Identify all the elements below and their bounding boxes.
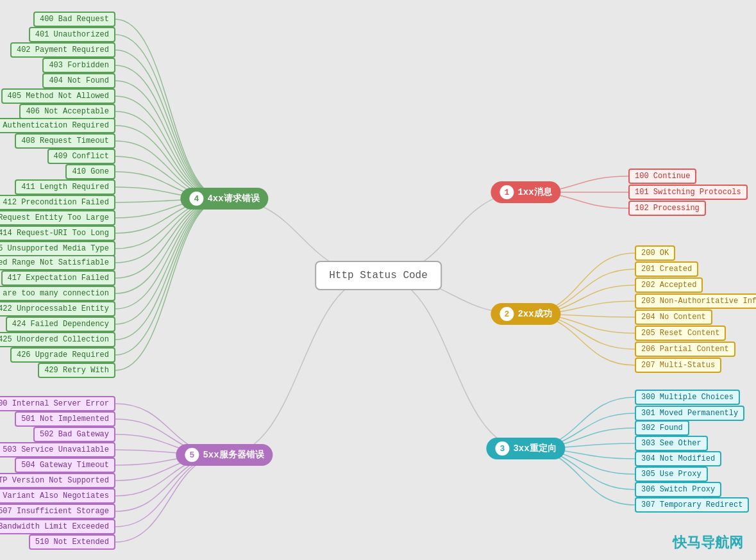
leaf-b2xx-5: 205 Reset Content: [635, 325, 726, 341]
leaf-b3xx-4: 304 Not Modified: [635, 451, 721, 466]
leaf-b4xx-14: 414 Request-URI Too Long: [0, 226, 115, 241]
leaf-b4xx-9: 409 Conflict: [47, 149, 115, 164]
branch-num-b5xx: 5: [185, 448, 199, 462]
leaf-b3xx-1: 301 Moved Permanently: [635, 406, 744, 421]
branch-num-b4xx: 4: [189, 192, 203, 206]
branch-num-b3xx: 3: [495, 441, 509, 456]
watermark: 快马导航网: [673, 533, 743, 552]
branch-label-b2xx: 2xx成功: [517, 308, 551, 320]
leaf-b2xx-7: 207 Multi-Status: [635, 358, 721, 373]
branch-label-b1xx: 1xx消息: [517, 186, 551, 198]
leaf-b4xx-7: 407 Proxy Authentication Required: [0, 118, 115, 133]
leaf-b5xx-1: 501 Not Implemented: [15, 411, 115, 427]
leaf-b4xx-15: 415 Unsupported Media Type: [0, 241, 115, 256]
leaf-b4xx-20: 424 Failed Dependency: [6, 317, 115, 332]
leaf-b1xx-2: 102 Processing: [628, 201, 706, 216]
leaf-b4xx-10: 410 Gone: [65, 164, 115, 179]
leaf-b3xx-3: 303 See Other: [635, 436, 708, 451]
leaf-b4xx-6: 406 Not Acceptable: [19, 104, 115, 119]
leaf-b3xx-2: 302 Found: [635, 420, 689, 436]
leaf-b4xx-5: 405 Method Not Allowed: [1, 88, 115, 104]
leaf-b4xx-4: 404 Not Found: [42, 73, 115, 88]
branch-node-b1xx: 11xx消息: [491, 181, 560, 203]
leaf-b4xx-8: 408 Request Timeout: [15, 133, 115, 149]
leaf-b5xx-2: 502 Bad Gateway: [33, 427, 115, 442]
leaf-b4xx-12: 412 Precondition Failed: [0, 195, 115, 210]
leaf-b5xx-5: 505 HTTP Version Not Supported: [0, 473, 115, 488]
leaf-b2xx-6: 206 Partial Content: [635, 342, 735, 357]
leaf-b3xx-7: 307 Temporary Redirect: [635, 497, 749, 513]
leaf-b1xx-1: 101 Switching Protocols: [628, 185, 748, 200]
leaf-b4xx-1: 401 Unauthorized: [29, 27, 115, 42]
leaf-b2xx-4: 204 No Content: [635, 309, 712, 325]
leaf-b2xx-0: 200 OK: [635, 245, 675, 261]
leaf-b4xx-17: 417 Expectation Failed: [1, 270, 115, 286]
center-label: Http Status Code: [329, 270, 428, 281]
leaf-b3xx-6: 306 Switch Proxy: [635, 482, 721, 497]
leaf-b5xx-8: 509 Bandwidth Limit Exceeded: [0, 519, 115, 534]
leaf-b2xx-1: 201 Created: [635, 261, 698, 277]
leaf-b5xx-9: 510 Not Extended: [29, 534, 115, 550]
leaf-b4xx-22: 426 Upgrade Required: [10, 347, 115, 363]
leaf-b4xx-19: 422 Unprocessable Entity: [0, 301, 115, 317]
branch-label-b3xx: 3xx重定向: [513, 443, 556, 454]
leaf-b2xx-3: 203 Non-Authoritative Information: [635, 293, 756, 309]
leaf-b3xx-0: 300 Multiple Choices: [635, 390, 740, 405]
leaf-b4xx-3: 403 Forbidden: [42, 58, 115, 73]
leaf-b2xx-2: 202 Accepted: [635, 277, 703, 293]
leaf-b4xx-11: 411 Length Required: [15, 179, 115, 195]
leaf-b5xx-7: 507 Insufficient Storage: [0, 504, 115, 519]
branch-node-b2xx: 22xx成功: [491, 303, 560, 325]
mindmap-canvas: Http Status Code 11xx消息100 Continue101 S…: [0, 0, 756, 560]
branch-node-b5xx: 55xx服务器错误: [176, 444, 273, 466]
leaf-b4xx-2: 402 Payment Required: [10, 42, 115, 58]
leaf-b3xx-5: 305 Use Proxy: [635, 466, 708, 482]
leaf-b5xx-3: 503 Service Unavailable: [0, 442, 115, 457]
leaf-b4xx-0: 400 Bad Request: [33, 12, 115, 27]
leaf-b4xx-16: 416 Requested Range Not Satisfiable: [0, 255, 115, 270]
branch-num-b1xx: 1: [500, 185, 514, 199]
branch-num-b2xx: 2: [500, 307, 514, 321]
branch-label-b5xx: 5xx服务器错误: [203, 449, 264, 461]
leaf-b4xx-18: 421 Threr are too many connection: [0, 286, 115, 301]
leaf-b4xx-21: 425 Unordered Collection: [0, 332, 115, 347]
branch-node-b4xx: 44xx请求错误: [180, 188, 268, 210]
leaf-b1xx-0: 100 Continue: [628, 169, 696, 184]
leaf-b4xx-13: 413 Request Entity Too Large: [0, 210, 115, 226]
leaf-b5xx-6: 506 Variant Also Negotiates: [0, 488, 115, 504]
leaf-b5xx-0: 500 Internal Server Error: [0, 396, 115, 411]
center-node: Http Status Code: [315, 261, 442, 290]
branch-node-b3xx: 33xx重定向: [486, 438, 565, 459]
leaf-b4xx-23: 429 Retry With: [38, 363, 115, 378]
leaf-b5xx-4: 504 Gateway Timeout: [15, 457, 115, 473]
branch-label-b4xx: 4xx请求错误: [207, 193, 259, 204]
